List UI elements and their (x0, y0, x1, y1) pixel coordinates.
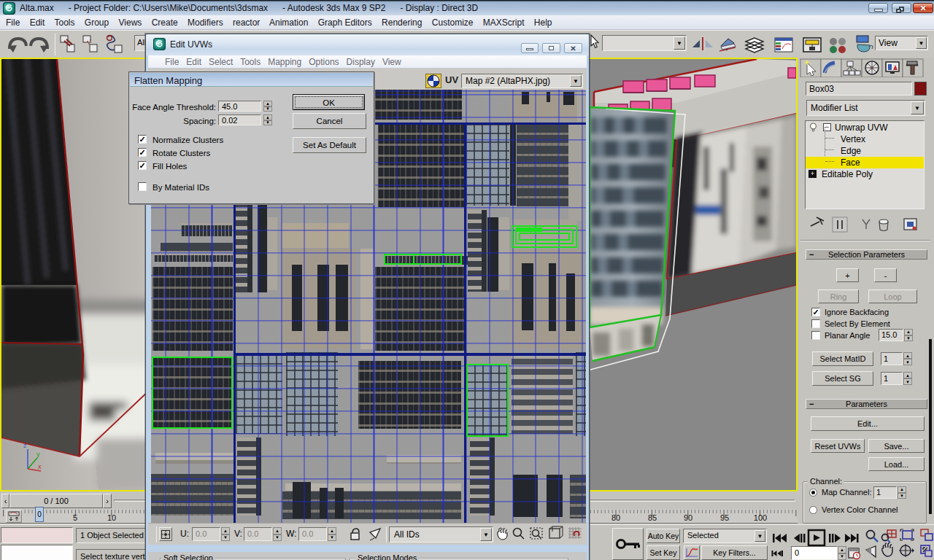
svg-text:x: x (38, 463, 42, 470)
svg-text:95: 95 (720, 513, 729, 522)
svg-text:y: y (36, 451, 40, 458)
svg-text:10: 10 (107, 513, 116, 522)
svg-text:5: 5 (73, 513, 77, 522)
svg-text:100: 100 (754, 513, 767, 522)
svg-text:85: 85 (648, 513, 657, 522)
svg-text:z: z (23, 442, 27, 449)
svg-text:90: 90 (684, 513, 692, 522)
svg-text:80: 80 (611, 513, 620, 522)
